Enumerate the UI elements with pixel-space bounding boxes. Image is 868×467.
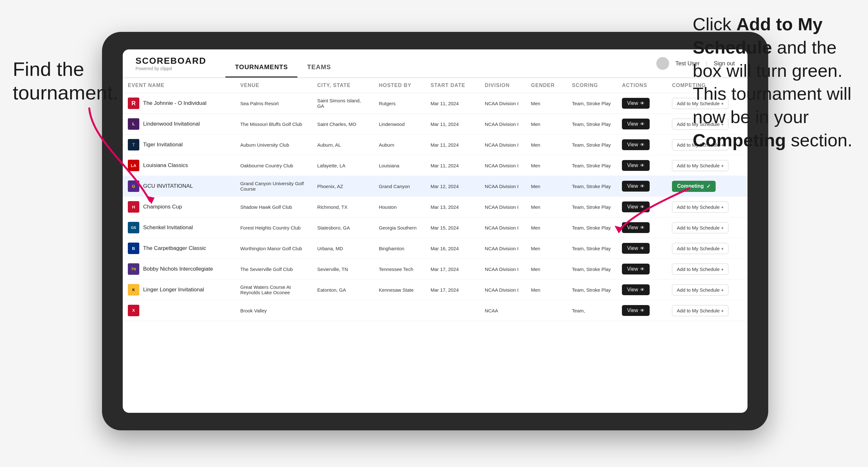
add-to-schedule-button[interactable]: Add to My Schedule + bbox=[672, 160, 728, 171]
date-cell: Mar 17, 2024 bbox=[426, 259, 480, 280]
col-header-scoring: SCORING bbox=[567, 78, 617, 93]
table-container: EVENT NAME VENUE CITY, STATE HOSTED BY S… bbox=[123, 78, 747, 413]
venue-cell: Shadow Hawk Golf Club bbox=[235, 197, 312, 217]
view-button[interactable]: View 👁 bbox=[622, 139, 649, 150]
app-header: SCOREBOARD Powered by clippd TOURNAMENTS… bbox=[123, 50, 747, 78]
date-cell: Mar 11, 2024 bbox=[426, 155, 480, 176]
scoring-cell: Team, Stroke Play bbox=[567, 197, 617, 217]
view-button[interactable]: View 👁 bbox=[622, 263, 649, 275]
division-cell: NCAA Division I bbox=[480, 238, 526, 259]
scoring-cell: Team, Stroke Play bbox=[567, 155, 617, 176]
scoring-cell: Team, Stroke Play bbox=[567, 217, 617, 238]
event-name: The Carpetbagger Classic bbox=[143, 245, 206, 251]
hosted-cell: Kennesaw State bbox=[374, 280, 425, 300]
scoring-cell: Team, Stroke Play bbox=[567, 176, 617, 197]
date-cell: Mar 17, 2024 bbox=[426, 280, 480, 300]
check-icon: ✓ bbox=[706, 183, 711, 189]
scoring-cell: Team, Stroke Play bbox=[567, 259, 617, 280]
competing-cell: Add to My Schedule + bbox=[667, 300, 747, 321]
division-cell: NCAA Division I bbox=[480, 197, 526, 217]
app-logo-sub: Powered by clippd bbox=[135, 66, 206, 71]
event-name-cell: X bbox=[123, 300, 235, 321]
gender-cell: Men bbox=[526, 134, 567, 155]
event-name: Champions Cup bbox=[143, 204, 182, 210]
table-row: X Brook ValleyNCAATeam, View 👁 Add to My… bbox=[123, 300, 747, 321]
competing-cell: Add to My Schedule + bbox=[667, 155, 747, 176]
svg-marker-0 bbox=[147, 196, 155, 204]
hosted-cell: Auburn bbox=[374, 134, 425, 155]
hosted-cell: Lindenwood bbox=[374, 114, 425, 134]
event-name: Bobby Nichols Intercollegiate bbox=[143, 266, 213, 272]
table-row: R The Johnnie - O Individual Sea Palms R… bbox=[123, 93, 747, 114]
eye-icon: 👁 bbox=[640, 267, 645, 272]
add-to-schedule-button[interactable]: Add to My Schedule + bbox=[672, 243, 728, 254]
scoring-cell: Team, Stroke Play bbox=[567, 238, 617, 259]
arrow-left bbox=[73, 102, 156, 204]
hosted-cell: Grand Canyon bbox=[374, 176, 425, 197]
actions-cell: View 👁 bbox=[617, 300, 667, 321]
arrow-right bbox=[613, 179, 696, 242]
venue-cell: Sea Palms Resort bbox=[235, 93, 312, 114]
col-header-date: START DATE bbox=[426, 78, 480, 93]
view-button[interactable]: View 👁 bbox=[622, 284, 649, 295]
eye-icon: 👁 bbox=[640, 101, 645, 106]
view-button[interactable]: View 👁 bbox=[622, 160, 649, 171]
gender-cell: Men bbox=[526, 280, 567, 300]
division-cell: NCAA bbox=[480, 300, 526, 321]
date-cell: Mar 13, 2024 bbox=[426, 197, 480, 217]
tab-tournaments[interactable]: TOURNAMENTS bbox=[225, 63, 298, 77]
view-button[interactable]: View 👁 bbox=[622, 98, 649, 109]
city-cell: Richmond, TX bbox=[312, 197, 374, 217]
table-row: TN Bobby Nichols Intercollegiate The Sev… bbox=[123, 259, 747, 280]
table-row: L Lindenwood Invitational The Missouri B… bbox=[123, 114, 747, 134]
city-cell bbox=[312, 300, 374, 321]
scoring-cell: Team, bbox=[567, 300, 617, 321]
eye-icon: 👁 bbox=[640, 163, 645, 168]
actions-cell: View 👁 bbox=[617, 134, 667, 155]
venue-cell: Auburn University Club bbox=[235, 134, 312, 155]
hosted-cell: Houston bbox=[374, 197, 425, 217]
view-button[interactable]: View 👁 bbox=[622, 305, 649, 316]
team-logo: GS bbox=[128, 222, 139, 234]
hosted-cell: Louisiana bbox=[374, 155, 425, 176]
gender-cell: Men bbox=[526, 259, 567, 280]
actions-cell: View 👁 bbox=[617, 155, 667, 176]
gender-cell: Men bbox=[526, 155, 567, 176]
city-cell: Sevierville, TN bbox=[312, 259, 374, 280]
city-cell: Saint Charles, MO bbox=[312, 114, 374, 134]
competing-cell: Add to My Schedule + bbox=[667, 259, 747, 280]
event-name-cell: TN Bobby Nichols Intercollegiate bbox=[123, 259, 235, 280]
scoring-cell: Team, Stroke Play bbox=[567, 134, 617, 155]
competing-cell: Add to My Schedule + bbox=[667, 280, 747, 300]
view-button[interactable]: View 👁 bbox=[622, 119, 649, 129]
add-to-schedule-button[interactable]: Add to My Schedule + bbox=[672, 284, 728, 295]
hosted-cell: Georgia Southern bbox=[374, 217, 425, 238]
add-to-schedule-button[interactable]: Add to My Schedule + bbox=[672, 263, 728, 275]
venue-cell: Grand Canyon University Golf Course bbox=[235, 176, 312, 197]
division-cell: NCAA Division I bbox=[480, 114, 526, 134]
hosted-cell bbox=[374, 300, 425, 321]
actions-cell: View 👁 bbox=[617, 114, 667, 134]
date-cell: Mar 11, 2024 bbox=[426, 93, 480, 114]
add-to-schedule-button[interactable]: Add to My Schedule + bbox=[672, 305, 728, 316]
gender-cell: Men bbox=[526, 217, 567, 238]
division-cell: NCAA Division I bbox=[480, 176, 526, 197]
eye-icon: 👁 bbox=[640, 308, 645, 313]
eye-icon: 👁 bbox=[640, 287, 645, 292]
gender-cell: Men bbox=[526, 176, 567, 197]
eye-icon: 👁 bbox=[640, 121, 645, 127]
event-name: Schenkel Invitational bbox=[143, 224, 193, 231]
city-cell: Lafayette, LA bbox=[312, 155, 374, 176]
user-avatar bbox=[656, 57, 669, 70]
eye-icon: 👁 bbox=[640, 246, 645, 251]
actions-cell: View 👁 bbox=[617, 93, 667, 114]
gender-cell: Men bbox=[526, 238, 567, 259]
hosted-cell: Binghamton bbox=[374, 238, 425, 259]
view-button[interactable]: View 👁 bbox=[622, 243, 649, 254]
tab-teams[interactable]: TEAMS bbox=[298, 63, 340, 77]
venue-cell: Great Waters Course At Reynolds Lake Oco… bbox=[235, 280, 312, 300]
scoring-cell: Team, Stroke Play bbox=[567, 280, 617, 300]
venue-cell: Oakbourne Country Club bbox=[235, 155, 312, 176]
city-cell: Saint Simons Island, GA bbox=[312, 93, 374, 114]
gender-cell: Men bbox=[526, 114, 567, 134]
